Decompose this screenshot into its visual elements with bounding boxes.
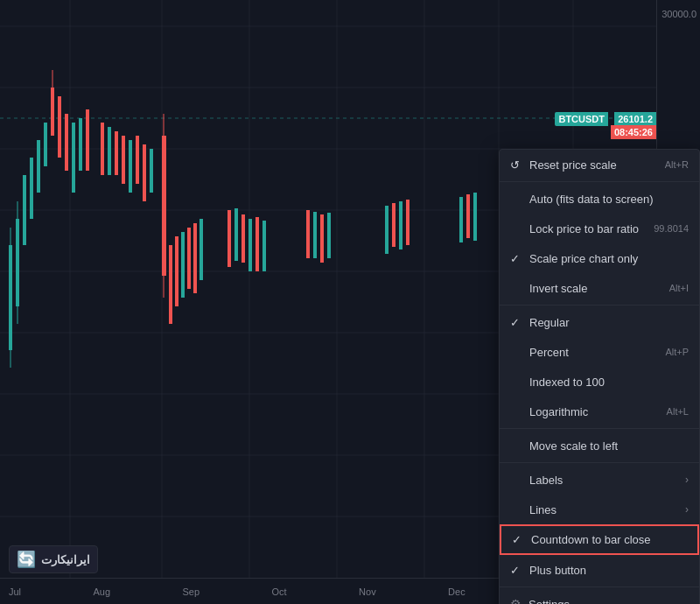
divider-4 bbox=[500, 462, 699, 463]
svg-rect-25 bbox=[37, 140, 40, 193]
svg-rect-42 bbox=[162, 136, 166, 276]
check-plus: ✓ bbox=[510, 564, 524, 577]
settings-icon: ⚙ bbox=[510, 597, 522, 604]
svg-rect-47 bbox=[181, 232, 185, 298]
menu-item-percent[interactable]: Percent Alt+P bbox=[500, 337, 699, 367]
menu-item-invert-scale[interactable]: Invert scale Alt+I bbox=[500, 273, 699, 303]
svg-rect-65 bbox=[459, 197, 463, 242]
menu-label-percent: Percent bbox=[529, 346, 658, 359]
menu-shortcut-lock-price: 99.8014 bbox=[654, 223, 689, 234]
divider-3 bbox=[500, 428, 699, 429]
svg-rect-54 bbox=[248, 219, 252, 271]
svg-rect-26 bbox=[44, 123, 47, 166]
time-label-nov: Nov bbox=[359, 586, 376, 597]
svg-rect-40 bbox=[143, 144, 146, 201]
svg-rect-62 bbox=[392, 203, 396, 247]
menu-item-settings[interactable]: ⚙ Settings... bbox=[500, 589, 699, 604]
svg-rect-35 bbox=[108, 127, 111, 175]
svg-rect-31 bbox=[72, 123, 75, 193]
menu-item-regular[interactable]: ✓ Regular bbox=[500, 307, 699, 337]
menu-item-labels[interactable]: Labels › bbox=[500, 465, 699, 495]
svg-rect-45 bbox=[169, 245, 172, 324]
menu-label-settings: Settings... bbox=[528, 598, 689, 605]
svg-rect-30 bbox=[65, 114, 68, 171]
svg-rect-36 bbox=[115, 131, 118, 175]
svg-rect-61 bbox=[385, 206, 388, 254]
svg-rect-49 bbox=[193, 223, 197, 293]
svg-rect-20 bbox=[16, 219, 19, 306]
svg-rect-60 bbox=[327, 213, 331, 258]
menu-label-regular: Regular bbox=[529, 316, 689, 329]
svg-rect-55 bbox=[256, 217, 259, 271]
svg-rect-27 bbox=[51, 88, 54, 136]
svg-rect-53 bbox=[242, 214, 245, 263]
svg-rect-29 bbox=[58, 96, 61, 158]
arrow-lines: › bbox=[685, 503, 689, 516]
logo-text: ایرانیکارت bbox=[41, 553, 90, 566]
svg-rect-33 bbox=[86, 109, 89, 171]
svg-rect-38 bbox=[129, 140, 132, 193]
svg-rect-17 bbox=[9, 245, 12, 350]
menu-label-auto-fits: Auto (fits data to screen) bbox=[529, 193, 689, 206]
menu-label-move-scale-left: Move scale to left bbox=[529, 439, 689, 453]
svg-rect-56 bbox=[262, 221, 266, 271]
time-tag: 08:45:26 bbox=[611, 125, 656, 139]
time-label-dec: Dec bbox=[448, 586, 466, 597]
svg-rect-24 bbox=[30, 158, 33, 219]
divider-2 bbox=[500, 305, 699, 306]
menu-item-countdown-to-close[interactable]: ✓ Countdown to bar close bbox=[500, 524, 699, 555]
menu-item-lines[interactable]: Lines › bbox=[500, 495, 699, 524]
time-label-jul: Jul bbox=[9, 586, 21, 597]
menu-label-labels: Labels bbox=[529, 474, 685, 487]
time-label-aug: Aug bbox=[94, 586, 111, 597]
divider-1 bbox=[500, 181, 699, 182]
price-30000: 30000.0 bbox=[661, 9, 696, 19]
menu-label-invert-scale: Invert scale bbox=[529, 282, 662, 295]
svg-rect-63 bbox=[399, 201, 402, 249]
logo-icon: 🔄 bbox=[17, 550, 36, 569]
svg-rect-50 bbox=[200, 219, 203, 280]
menu-item-plus-button[interactable]: ✓ Plus button bbox=[500, 555, 699, 585]
time-label-oct: Oct bbox=[272, 586, 287, 597]
svg-rect-41 bbox=[150, 149, 153, 193]
svg-rect-51 bbox=[228, 210, 231, 267]
menu-item-auto-fits[interactable]: Auto (fits data to screen) bbox=[500, 184, 699, 214]
svg-rect-39 bbox=[136, 136, 139, 184]
menu-label-plus-button: Plus button bbox=[529, 564, 689, 577]
svg-rect-57 bbox=[306, 210, 310, 258]
menu-item-lock-price[interactable]: Lock price to bar ratio 99.8014 bbox=[500, 214, 699, 243]
svg-rect-52 bbox=[234, 208, 238, 261]
svg-rect-32 bbox=[79, 118, 82, 171]
menu-label-logarithmic: Logarithmic bbox=[529, 405, 660, 418]
svg-rect-23 bbox=[23, 175, 26, 245]
menu-item-scale-price-chart[interactable]: ✓ Scale price chart only bbox=[500, 243, 699, 273]
divider-5 bbox=[500, 586, 699, 587]
arrow-labels: › bbox=[685, 474, 689, 486]
menu-label-lock-price: Lock price to bar ratio bbox=[529, 222, 647, 235]
svg-rect-64 bbox=[406, 200, 410, 245]
menu-shortcut-invert-scale: Alt+I bbox=[669, 283, 689, 293]
menu-label-indexed-100: Indexed to 100 bbox=[529, 376, 689, 389]
menu-item-reset-price-scale[interactable]: ↺ Reset price scale Alt+R bbox=[500, 150, 699, 179]
menu-label-countdown-to-close: Countdown to bar close bbox=[531, 533, 687, 546]
menu-label-scale-price-chart: Scale price chart only bbox=[529, 252, 689, 265]
symbol-tag: BTCUSDT bbox=[555, 112, 608, 126]
menu-item-move-scale-left[interactable]: Move scale to left bbox=[500, 431, 699, 460]
menu-label-reset-price-scale: Reset price scale bbox=[529, 158, 658, 172]
menu-item-indexed-100[interactable]: Indexed to 100 bbox=[500, 367, 699, 397]
check-scale-price: ✓ bbox=[510, 252, 524, 265]
svg-rect-67 bbox=[473, 193, 477, 241]
logo: 🔄 ایرانیکارت bbox=[9, 545, 98, 573]
menu-label-lines: Lines bbox=[529, 503, 685, 516]
svg-rect-37 bbox=[122, 136, 125, 184]
time-label-sep: Sep bbox=[183, 586, 200, 597]
svg-rect-59 bbox=[320, 214, 324, 263]
menu-shortcut-reset-price-scale: Alt+R bbox=[665, 159, 689, 170]
svg-rect-46 bbox=[175, 236, 178, 306]
menu-shortcut-log: Alt+L bbox=[667, 406, 689, 417]
check-countdown: ✓ bbox=[512, 533, 526, 546]
menu-item-logarithmic[interactable]: Logarithmic Alt+L bbox=[500, 397, 699, 426]
reset-icon: ↺ bbox=[510, 158, 524, 172]
svg-rect-66 bbox=[466, 194, 470, 238]
menu-shortcut-percent: Alt+P bbox=[665, 347, 689, 357]
